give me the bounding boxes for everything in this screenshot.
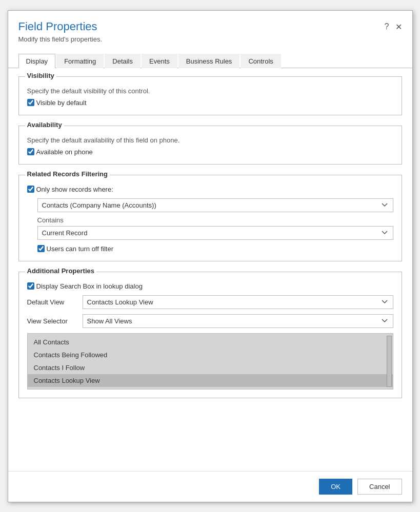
close-icon[interactable]: ✕ [395, 22, 402, 32]
users-turn-off-filter-checkbox[interactable] [37, 245, 45, 252]
related-records-title: Related Records Filtering [25, 170, 110, 178]
listbox-inner: All Contacts Contacts Being Followed Con… [28, 334, 393, 389]
help-icon[interactable]: ? [385, 22, 389, 31]
search-box-checkbox-row: Display Search Box in lookup dialog [27, 282, 393, 290]
tab-business-rules[interactable]: Business Rules [178, 54, 240, 68]
available-on-phone-checkbox[interactable] [27, 148, 34, 155]
dialog-footer: OK Cancel [8, 471, 412, 502]
cancel-button[interactable]: Cancel [357, 479, 402, 495]
default-view-dropdown[interactable]: Contacts Lookup View [83, 295, 393, 309]
dialog-body: Visibility Specify the default visibilit… [8, 68, 412, 471]
dialog-header-actions: ? ✕ [385, 22, 402, 32]
additional-properties-title: Additional Properties [25, 267, 96, 275]
display-search-box-label: Display Search Box in lookup dialog [36, 282, 143, 290]
availability-section: Availability Specify the default availab… [18, 126, 402, 165]
field-properties-dialog: Field Properties Modify this field's pro… [8, 10, 413, 502]
visibility-section: Visibility Specify the default visibilit… [18, 76, 402, 115]
contains-dropdown[interactable]: Current Record [37, 226, 393, 240]
only-show-records-checkbox[interactable] [27, 186, 34, 193]
additional-properties-content: Display Search Box in lookup dialog Defa… [27, 282, 393, 390]
visibility-desc: Specify the default visibility of this c… [27, 87, 393, 95]
dialog-header: Field Properties Modify this field's pro… [8, 11, 412, 48]
listbox-scrollbar[interactable] [387, 336, 392, 387]
display-search-box-checkbox[interactable] [27, 282, 34, 290]
related-records-section: Related Records Filtering Only show reco… [18, 175, 402, 261]
availability-title: Availability [25, 121, 64, 129]
filter-entity-dropdown[interactable]: Contacts (Company Name (Accounts)) [37, 198, 393, 212]
visibility-title: Visibility [25, 72, 56, 79]
related-records-content: Only show records where: Contacts (Compa… [27, 186, 393, 253]
visibility-checkbox-row: Visible by default [27, 99, 393, 107]
tab-display[interactable]: Display [18, 54, 56, 68]
list-item-contacts-i-follow[interactable]: Contacts I Follow [28, 361, 393, 374]
visible-by-default-label: Visible by default [36, 99, 87, 107]
only-show-records-row: Only show records where: [27, 186, 393, 193]
contains-label: Contains [37, 216, 393, 224]
dialog-title: Field Properties [18, 20, 103, 33]
view-selector-row: View Selector Show All Views [27, 314, 393, 328]
tab-details[interactable]: Details [105, 54, 141, 68]
ok-button[interactable]: OK [319, 479, 352, 495]
tab-controls[interactable]: Controls [241, 54, 281, 68]
available-on-phone-label: Available on phone [36, 148, 93, 156]
filter-dropdown-row: Contacts (Company Name (Accounts)) [37, 198, 393, 212]
list-item-contacts-being-followed[interactable]: Contacts Being Followed [28, 349, 393, 361]
tab-formatting[interactable]: Formatting [56, 54, 104, 68]
users-turn-off-filter-label: Users can turn off filter [47, 245, 114, 253]
views-listbox: All Contacts Contacts Being Followed Con… [27, 333, 393, 390]
availability-checkbox-row: Available on phone [27, 148, 393, 156]
tabs-bar: Display Formatting Details Events Busine… [8, 53, 412, 68]
visibility-content: Specify the default visibility of this c… [27, 87, 393, 107]
view-selector-dropdown[interactable]: Show All Views [83, 314, 393, 328]
availability-desc: Specify the default availability of this… [27, 136, 393, 144]
list-item-all-contacts[interactable]: All Contacts [28, 336, 393, 349]
additional-properties-section: Additional Properties Display Search Box… [18, 272, 402, 398]
dialog-header-left: Field Properties Modify this field's pro… [18, 20, 103, 43]
visible-by-default-checkbox[interactable] [27, 99, 34, 106]
users-filter-row: Users can turn off filter [37, 245, 393, 253]
view-selector-label: View Selector [27, 317, 78, 325]
default-view-row: Default View Contacts Lookup View [27, 295, 393, 309]
default-view-label: Default View [27, 298, 78, 306]
only-show-records-label: Only show records where: [36, 186, 113, 193]
dialog-subtitle: Modify this field's properties. [18, 35, 103, 43]
contains-row: Contains Current Record [37, 216, 393, 240]
list-item-contacts-lookup-view[interactable]: Contacts Lookup View [28, 374, 393, 387]
tab-events[interactable]: Events [142, 54, 177, 68]
availability-content: Specify the default availability of this… [27, 136, 393, 156]
